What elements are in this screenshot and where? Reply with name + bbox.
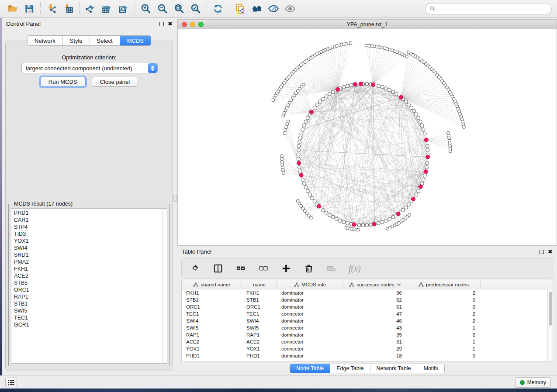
- graph-node[interactable]: [298, 140, 301, 144]
- graph-node[interactable]: [281, 166, 284, 169]
- graph-node[interactable]: [300, 132, 303, 135]
- graph-node[interactable]: [384, 87, 387, 90]
- graph-node-selected[interactable]: [371, 83, 375, 86]
- graph-node[interactable]: [281, 168, 284, 172]
- tab-style[interactable]: Style: [63, 36, 90, 45]
- graph-node-selected[interactable]: [372, 222, 376, 226]
- graph-node[interactable]: [339, 219, 342, 222]
- zoom-fit-button[interactable]: [171, 1, 187, 16]
- close-table-panel-icon[interactable]: ✖: [548, 250, 553, 254]
- mcds-result-item[interactable]: SWI5: [14, 307, 167, 314]
- graph-node[interactable]: [285, 126, 288, 129]
- table-row[interactable]: TEC1TEC1connector472: [182, 310, 553, 317]
- graph-node[interactable]: [331, 90, 335, 94]
- graph-node[interactable]: [306, 116, 309, 120]
- graph-node[interactable]: [322, 97, 325, 100]
- graph-node[interactable]: [417, 116, 420, 120]
- graph-node[interactable]: [297, 144, 301, 148]
- mcds-result-item[interactable]: TID3: [14, 230, 167, 237]
- graph-node[interactable]: [419, 120, 422, 124]
- mcds-result-item[interactable]: YOX1: [14, 237, 167, 244]
- graph-node[interactable]: [313, 199, 316, 203]
- first-neighbors-button[interactable]: [249, 1, 265, 16]
- graph-node[interactable]: [422, 178, 425, 181]
- graph-node[interactable]: [346, 84, 349, 88]
- table-row[interactable]: SWI5SWI5connector431: [182, 324, 553, 331]
- graph-node-selected[interactable]: [309, 110, 313, 114]
- graph-node[interactable]: [388, 217, 391, 221]
- open-file-button[interactable]: [4, 1, 21, 16]
- import-table-button[interactable]: [60, 1, 76, 16]
- node-table[interactable]: shared namenameMCDS rolesuccessor nodesp…: [181, 280, 553, 362]
- graph-node[interactable]: [420, 124, 424, 127]
- refresh-button[interactable]: [210, 1, 226, 16]
- graph-node[interactable]: [404, 100, 408, 103]
- network-canvas[interactable]: [178, 29, 557, 245]
- graph-node[interactable]: [446, 131, 450, 134]
- graph-node-selected[interactable]: [424, 170, 428, 174]
- graph-node-selected[interactable]: [297, 161, 301, 165]
- graph-node[interactable]: [298, 165, 301, 169]
- graph-node[interactable]: [404, 206, 408, 209]
- graph-node[interactable]: [391, 90, 395, 94]
- graph-node-selected[interactable]: [359, 82, 363, 86]
- column-header-shared-name[interactable]: shared name: [182, 280, 242, 289]
- mcds-result-item[interactable]: STB1: [14, 300, 167, 307]
- graph-node[interactable]: [425, 165, 429, 169]
- close-panel-icon[interactable]: ✖: [168, 22, 173, 26]
- zoom-out-button[interactable]: [154, 1, 171, 16]
- graph-node[interactable]: [365, 44, 368, 47]
- graph-node[interactable]: [369, 223, 373, 227]
- column-header-predecessor-nodes[interactable]: predecessor nodes: [407, 280, 481, 289]
- graph-node-selected[interactable]: [299, 173, 303, 177]
- graph-node[interactable]: [356, 228, 360, 231]
- graph-node[interactable]: [349, 83, 353, 87]
- save-session-button[interactable]: [21, 1, 38, 16]
- graph-node[interactable]: [423, 174, 426, 177]
- mcds-result-item[interactable]: STP4: [14, 224, 167, 230]
- graph-node[interactable]: [342, 85, 346, 89]
- graph-node[interactable]: [304, 186, 308, 189]
- graph-node[interactable]: [426, 144, 429, 148]
- graph-node[interactable]: [331, 215, 335, 219]
- graph-node[interactable]: [391, 215, 395, 219]
- graph-node[interactable]: [284, 129, 287, 132]
- graph-node[interactable]: [280, 155, 284, 158]
- mcds-result-item[interactable]: FKH1: [14, 265, 167, 272]
- graph-node[interactable]: [282, 172, 285, 175]
- mcds-result-item[interactable]: PMA2: [14, 258, 167, 265]
- graph-node[interactable]: [328, 213, 331, 217]
- table-scrollbar-thumb[interactable]: [549, 292, 552, 326]
- graph-node[interactable]: [407, 103, 411, 106]
- graph-node[interactable]: [426, 148, 429, 152]
- search-input[interactable]: [438, 6, 547, 12]
- show-all-button[interactable]: [282, 1, 298, 16]
- graph-node-selected[interactable]: [424, 138, 428, 142]
- graph-node[interactable]: [422, 128, 425, 131]
- graph-node[interactable]: [298, 170, 302, 173]
- settings-button[interactable]: [190, 263, 201, 274]
- table-row[interactable]: ORC1ORC1dominator610: [182, 303, 553, 310]
- float-panel-icon[interactable]: [159, 22, 164, 26]
- tab-edge-table[interactable]: Edge Table: [330, 364, 370, 373]
- export-network-button[interactable]: [82, 1, 99, 16]
- graph-node-selected[interactable]: [411, 197, 415, 201]
- graph-node[interactable]: [298, 136, 302, 139]
- mcds-result-item[interactable]: SRD1: [14, 251, 167, 258]
- graph-node[interactable]: [272, 99, 275, 102]
- graph-node[interactable]: [309, 216, 312, 219]
- mcds-list-scrollbar[interactable]: [162, 209, 167, 363]
- graph-node[interactable]: [310, 196, 314, 200]
- clone-network-button[interactable]: [232, 1, 249, 16]
- mcds-result-item[interactable]: PHD1: [14, 210, 167, 217]
- graph-node[interactable]: [381, 85, 384, 89]
- table-row[interactable]: ACE2ACE2connector311: [182, 338, 553, 345]
- graph-node[interactable]: [322, 209, 325, 212]
- graph-node-selected[interactable]: [336, 87, 340, 91]
- graph-node[interactable]: [415, 113, 418, 116]
- close-panel-button[interactable]: Close panel: [92, 77, 138, 87]
- graph-node[interactable]: [297, 157, 300, 161]
- table-row[interactable]: PHD1PHD1dominator180: [182, 352, 553, 359]
- table-scrollbar[interactable]: [547, 290, 553, 361]
- graph-node[interactable]: [407, 51, 410, 54]
